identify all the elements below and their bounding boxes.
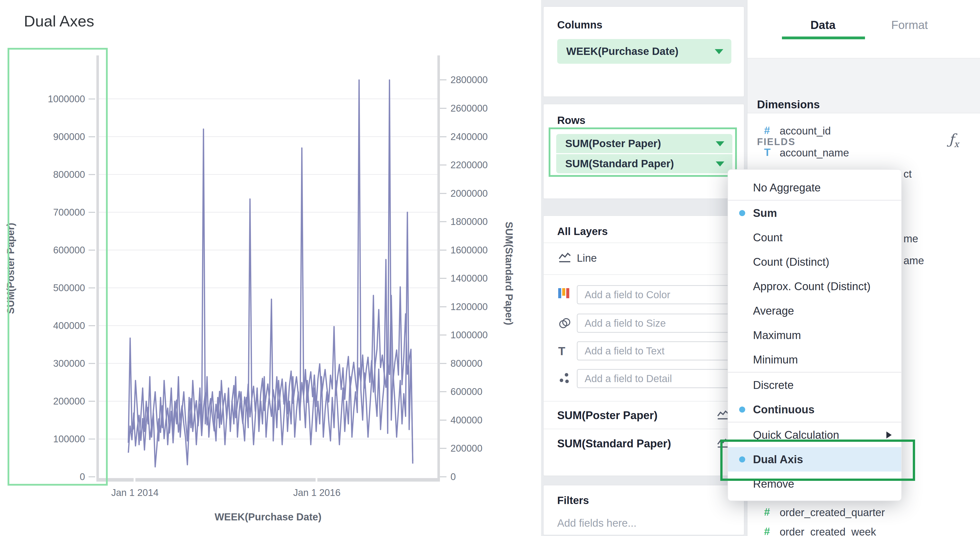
axis-tick-mark — [440, 164, 447, 166]
axis-tick-mark — [440, 250, 447, 250]
axis-tick-mark — [440, 79, 447, 80]
menu-item-maximum[interactable]: Maximum — [728, 323, 901, 347]
dimension-item[interactable]: #order_created_quarter — [748, 506, 980, 521]
chart-type-row[interactable]: Line — [544, 242, 744, 274]
left-axis-title: SUM(Poster Paper) — [5, 193, 16, 344]
rows-field-pill[interactable]: SUM(Poster Paper) — [556, 134, 732, 153]
axis-tick-label: 2400000 — [450, 130, 531, 144]
columns-field-pill-label: WEEK(Purchase Date) — [566, 45, 678, 57]
axis-tick-mark — [440, 476, 447, 477]
shelf-panel: Columns WEEK(Purchase Date) Rows SUM(Pos… — [541, 0, 747, 536]
axis-tick-label: 1800000 — [450, 215, 531, 228]
menu-item-label: Discrete — [753, 379, 794, 391]
menu-item-count[interactable]: Count — [728, 225, 901, 250]
field-slot-row: Add a field to Color — [544, 285, 744, 304]
dimension-item[interactable]: Taccount_name — [748, 146, 980, 161]
menu-item-label: Sum — [753, 207, 777, 219]
measure-row[interactable]: SUM(Poster Paper) — [544, 401, 744, 429]
line-chart-icon[interactable] — [717, 410, 729, 421]
color-bars-icon — [558, 288, 571, 301]
size-circles-icon — [558, 317, 571, 330]
menu-item-average[interactable]: Average — [728, 298, 901, 323]
menu-item-discrete[interactable]: Discrete — [728, 373, 901, 397]
columns-field-pill[interactable]: WEEK(Purchase Date) — [557, 39, 731, 64]
field-slot-row: Add a field to Detail — [544, 369, 744, 388]
occluded-field-fragment: ct — [904, 168, 912, 180]
menu-item-minimum[interactable]: Minimum — [728, 347, 901, 372]
axis-tick-label: 0 — [10, 470, 85, 483]
menu-item-remove[interactable]: Remove — [728, 472, 901, 496]
menu-item-label: Continuous — [753, 403, 815, 416]
line-chart-icon[interactable] — [717, 438, 729, 449]
field-slot-input[interactable]: Add a field to Text — [577, 341, 738, 361]
dimension-item[interactable]: #account_id — [748, 124, 980, 140]
menu-item-no-aggregate[interactable]: No Aggregate — [728, 175, 901, 200]
field-slot-input[interactable]: Add a field to Size — [577, 314, 738, 333]
menu-item-label: Count (Distinct) — [753, 256, 829, 268]
axis-tick-mark — [440, 221, 447, 222]
menu-item-label: Maximum — [753, 329, 801, 341]
menu-item-quick-calculation[interactable]: Quick Calculation — [728, 423, 901, 447]
field-slot-input[interactable]: Add a field to Detail — [577, 369, 738, 388]
field-slot-input[interactable]: Add a field to Color — [577, 285, 738, 304]
axis-tick-mark — [440, 391, 447, 392]
right-axis-title: SUM(Standard Paper) — [503, 198, 515, 349]
chevron-down-icon[interactable] — [716, 161, 724, 166]
measure-row-label: SUM(Standard Paper) — [557, 437, 671, 450]
axis-tick-mark — [89, 325, 95, 326]
chevron-down-icon[interactable] — [715, 49, 723, 54]
axis-tick-label: 400000 — [10, 319, 85, 332]
submenu-arrow-icon — [886, 431, 892, 439]
columns-card-title: Columns — [557, 19, 603, 31]
menu-item-count-distinct-[interactable]: Count (Distinct) — [728, 250, 901, 274]
axis-tick-label: 2600000 — [450, 102, 531, 115]
detail-dots-icon — [558, 372, 571, 385]
menu-item-sum[interactable]: Sum — [728, 201, 901, 225]
axis-tick-label: 600000 — [450, 385, 531, 399]
axis-tick-label: 1400000 — [450, 271, 531, 285]
tab-data[interactable]: Data — [785, 18, 861, 32]
menu-item-continuous[interactable]: Continuous — [728, 397, 901, 422]
axis-tick-mark — [440, 420, 447, 421]
axis-tick-label: 600000 — [10, 243, 85, 257]
menu-item-label: Remove — [753, 477, 794, 490]
selected-dot-icon — [739, 456, 745, 463]
left-axis-scrollbar[interactable] — [96, 56, 99, 478]
right-axis-scrollbar[interactable] — [438, 56, 440, 478]
filters-placeholder[interactable]: Add fields here... — [557, 517, 636, 529]
field-slot-row: TAdd a field to Text — [544, 341, 744, 361]
all-layers-card: All Layers Line Add a field to ColorAdd … — [543, 215, 745, 476]
rows-field-pill[interactable]: SUM(Standard Paper) — [556, 154, 732, 173]
x-axis-scrollbar[interactable] — [96, 478, 440, 482]
axis-tick-label: 900000 — [10, 130, 85, 144]
axis-tick-label: 0 — [450, 470, 531, 483]
measure-row[interactable]: SUM(Standard Paper) — [544, 429, 744, 456]
text-icon: T — [558, 344, 571, 357]
axis-tick-label: 300000 — [10, 357, 85, 370]
columns-card: Columns WEEK(Purchase Date) — [543, 6, 745, 97]
filters-card: Filters Add fields here... — [543, 485, 745, 535]
axis-tick-label: 1200000 — [450, 300, 531, 314]
field-slot-placeholder: Add a field to Detail — [585, 373, 672, 384]
number-icon: # — [764, 506, 770, 518]
axis-tick-mark — [89, 212, 95, 213]
axis-tick-mark — [440, 193, 447, 194]
dimension-item[interactable]: #order_created_week — [748, 525, 980, 536]
selected-dot-icon — [739, 210, 745, 216]
axis-tick-mark — [440, 335, 447, 335]
axis-tick-label: 200000 — [450, 442, 531, 455]
axis-tick-mark — [440, 278, 447, 279]
menu-item-approx-count-distinct-[interactable]: Approx. Count (Distinct) — [728, 274, 901, 298]
menu-item-dual-axis[interactable]: Dual Axis — [728, 447, 901, 472]
tab-format[interactable]: Format — [872, 18, 947, 32]
rows-field-pill-label: SUM(Standard Paper) — [565, 158, 674, 170]
axis-tick-mark — [89, 401, 95, 402]
occluded-field-fragment: ame — [904, 255, 924, 267]
chart-type-label: Line — [577, 252, 597, 264]
axis-tick-label: 800000 — [450, 357, 531, 370]
number-icon: # — [764, 525, 770, 536]
text-icon: T — [764, 146, 771, 158]
axis-tick-mark — [89, 250, 95, 250]
dimension-item-label: order_created_week — [780, 526, 876, 536]
chevron-down-icon[interactable] — [716, 141, 724, 146]
